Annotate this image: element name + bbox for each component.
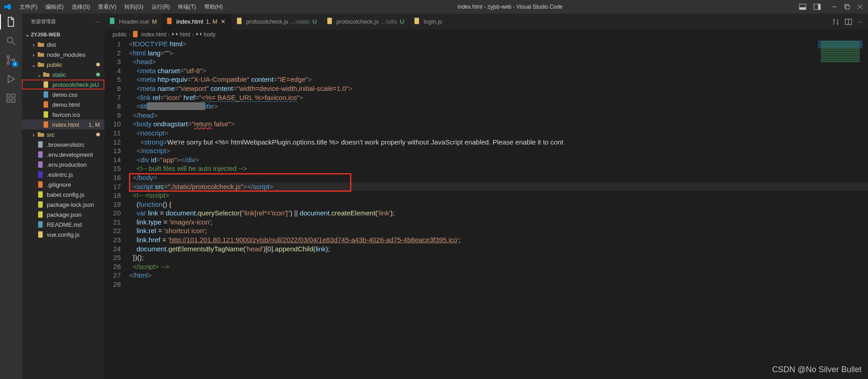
- explorer-icon[interactable]: [5, 16, 16, 27]
- more-icon[interactable]: ···: [96, 19, 100, 25]
- tree-item[interactable]: .browserslistrc: [22, 140, 104, 150]
- layout-controls[interactable]: [794, 3, 826, 10]
- editor-tab[interactable]: login.js: [409, 14, 447, 30]
- breadcrumb-item[interactable]: body: [204, 31, 216, 38]
- menu-item[interactable]: 编辑(E): [41, 0, 68, 14]
- breadcrumb-item[interactable]: public: [113, 31, 127, 38]
- svg-rect-22: [38, 171, 43, 178]
- svg-rect-5: [846, 5, 849, 9]
- tree-item[interactable]: demo.html: [22, 100, 104, 110]
- tree-item[interactable]: protocolcheck.jsU: [22, 80, 104, 90]
- svg-rect-29: [110, 18, 114, 24]
- tree-item-label: .env.production: [47, 161, 87, 168]
- panel-toggle-icon[interactable]: [799, 3, 806, 10]
- tree-item[interactable]: ›src: [22, 130, 104, 140]
- menu-item[interactable]: 帮助(H): [200, 0, 227, 14]
- file-icon: [37, 61, 44, 68]
- editor-tab[interactable]: Header.vueM: [104, 14, 162, 30]
- svg-rect-20: [38, 151, 43, 158]
- tree-item[interactable]: .gitignore: [22, 180, 104, 190]
- tree-item-label: favicon.ico: [52, 111, 80, 118]
- tree-item[interactable]: index.html1, M: [22, 120, 104, 130]
- minimap[interactable]: [818, 40, 863, 118]
- file-icon: [37, 131, 44, 138]
- search-icon[interactable]: [5, 35, 16, 46]
- source-control-icon[interactable]: 4: [5, 55, 16, 65]
- svg-rect-13: [12, 94, 15, 97]
- tab-file-icon: [166, 17, 173, 26]
- sidebar-explorer: 资源管理器 ··· ⌄ ZYJSB-WEB ›dist›node_modules…: [22, 14, 104, 379]
- menu-bar: 文件(F)编辑(E)选择(S)查看(V)转到(G)运行(R)终端(T)帮助(H): [15, 0, 227, 14]
- run-debug-icon[interactable]: [5, 74, 16, 85]
- svg-rect-15: [44, 91, 48, 98]
- file-icon: [37, 211, 44, 218]
- tree-item[interactable]: .env.production: [22, 160, 104, 170]
- split-icon[interactable]: [845, 18, 852, 25]
- tree-item[interactable]: demo.css: [22, 90, 104, 100]
- svg-rect-30: [167, 18, 172, 24]
- git-dot: [96, 63, 100, 66]
- close-icon[interactable]: ✕: [220, 19, 227, 25]
- tree-item[interactable]: ⌄public: [22, 60, 104, 70]
- breadcrumb-item[interactable]: index.html: [141, 31, 166, 38]
- menu-item[interactable]: 选择(S): [68, 0, 94, 14]
- code-editor[interactable]: 1234567891011121314151617181920212223242…: [104, 40, 868, 379]
- tree-item[interactable]: README.md: [22, 219, 104, 229]
- minimize-button[interactable]: [832, 4, 837, 10]
- tree-item[interactable]: babel.config.js: [22, 190, 104, 199]
- maximize-button[interactable]: [844, 4, 850, 10]
- project-header[interactable]: ⌄ ZYJSB-WEB: [22, 30, 104, 40]
- tree-item[interactable]: ⌄static: [22, 70, 104, 80]
- compare-icon[interactable]: [832, 18, 839, 25]
- tree-item-label: .browserslistrc: [47, 141, 84, 148]
- svg-rect-12: [12, 99, 15, 102]
- editor-tab[interactable]: protocolcheck.js...\utilsU: [322, 14, 409, 30]
- code-content[interactable]: <!DOCTYPE html><html lang=""> <head> <me…: [129, 40, 868, 379]
- close-button[interactable]: [857, 4, 863, 10]
- file-icon: [37, 201, 44, 208]
- twisty-icon: ›: [30, 51, 37, 58]
- menu-item[interactable]: 终端(T): [174, 0, 200, 14]
- extensions-icon[interactable]: [5, 93, 16, 104]
- title-bar: 文件(F)编辑(E)选择(S)查看(V)转到(G)运行(R)终端(T)帮助(H)…: [0, 0, 868, 14]
- tab-file-icon: [236, 17, 243, 26]
- menu-item[interactable]: 运行(R): [148, 0, 174, 14]
- twisty-icon: ›: [30, 131, 37, 138]
- menu-item[interactable]: 查看(V): [94, 0, 120, 14]
- tree-item-label: src: [47, 131, 54, 138]
- svg-rect-23: [38, 181, 43, 188]
- menu-item[interactable]: 转到(G): [120, 0, 147, 14]
- scm-badge: 4: [12, 61, 18, 67]
- tree-item-label: protocolcheck.js: [52, 81, 94, 88]
- tree-item[interactable]: ›dist: [22, 40, 104, 50]
- breadcrumb-item[interactable]: html: [180, 31, 190, 38]
- breadcrumbs[interactable]: public›index.html›html›body: [104, 30, 868, 40]
- more-icon[interactable]: ···: [858, 18, 863, 25]
- tree-item-label: demo.html: [52, 101, 80, 108]
- twisty-icon: ⌄: [35, 71, 43, 78]
- tab-path: ...\static: [291, 19, 310, 25]
- tag-icon: [172, 31, 178, 39]
- sidebar-title: 资源管理器: [31, 18, 56, 25]
- svg-rect-32: [327, 18, 332, 24]
- svg-rect-26: [38, 211, 43, 218]
- tree-item-label: .gitignore: [47, 181, 71, 188]
- svg-rect-18: [44, 121, 48, 128]
- tree-item[interactable]: vue.config.js: [22, 229, 104, 239]
- sidebar-toggle-icon[interactable]: [814, 3, 821, 10]
- tree-item[interactable]: package-lock.json: [22, 199, 104, 209]
- editor-tab[interactable]: protocolcheck.js...\staticU: [232, 14, 322, 30]
- tree-item[interactable]: .eslintrc.js: [22, 170, 104, 180]
- menu-item[interactable]: 文件(F): [15, 0, 41, 14]
- svg-rect-21: [38, 161, 43, 168]
- svg-rect-10: [7, 94, 10, 97]
- tree-item[interactable]: favicon.ico: [22, 110, 104, 120]
- tree-item[interactable]: ›node_modules: [22, 50, 104, 60]
- file-icon: [43, 81, 50, 88]
- tree-item[interactable]: .env.development: [22, 150, 104, 160]
- file-icon: [43, 111, 50, 118]
- editor-tab[interactable]: index.html1, M✕: [162, 14, 232, 30]
- tree-item[interactable]: package.json: [22, 209, 104, 219]
- editor-area: Header.vueMindex.html1, M✕protocolcheck.…: [104, 14, 868, 379]
- file-icon: [37, 221, 44, 228]
